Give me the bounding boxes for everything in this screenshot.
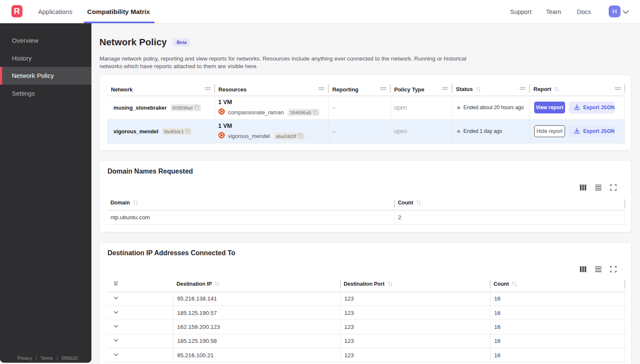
col-header-count[interactable]: Count: [490, 279, 625, 292]
network-name: musing_stonebraker: [113, 105, 167, 111]
column-resize-handle[interactable]: [204, 86, 211, 92]
network-hash-badge: 5bdf3dc1: [162, 128, 192, 135]
main-content: Network Policy Beta Manage network polic…: [91, 23, 640, 364]
col-header-policy-type[interactable]: Policy Type: [390, 83, 452, 96]
expand-cell: [107, 348, 173, 362]
domain-row[interactable]: ntp.ubuntu.com 2: [107, 210, 625, 224]
ip-row[interactable]: 95.216.138.141 123 16: [107, 292, 625, 306]
domain-card: Domain Names Requested Domain Count: [99, 160, 632, 232]
status-dot: [457, 130, 460, 133]
sort-icon[interactable]: [554, 86, 560, 93]
expand-icon[interactable]: [610, 266, 617, 273]
status-text: Ended about 20 hours ago: [463, 105, 524, 110]
app-logo[interactable]: R: [11, 5, 22, 17]
sort-icon[interactable]: [475, 86, 481, 93]
column-resize-handle[interactable]: [442, 86, 448, 92]
copy-icon[interactable]: [298, 133, 303, 139]
export-json-button[interactable]: Export JSON: [569, 102, 615, 113]
copy-icon[interactable]: [194, 105, 199, 111]
column-resize-handle[interactable]: [318, 86, 325, 92]
terms-link[interactable]: Terms: [41, 356, 53, 361]
column-label: Destination Port: [344, 281, 385, 287]
column-label: Reporting: [332, 86, 358, 93]
column-divider: [624, 199, 625, 208]
column-resize-handle[interactable]: [615, 86, 621, 92]
columns-icon[interactable]: [579, 184, 587, 191]
footer-separator: |: [36, 356, 37, 361]
expand-cell: [107, 320, 173, 334]
col-header-resources[interactable]: Resources: [215, 83, 328, 96]
sort-icon[interactable]: [214, 281, 220, 288]
sidebar-item-settings[interactable]: Settings: [0, 85, 91, 102]
reporting-value: –: [329, 104, 390, 111]
column-resize-handle[interactable]: [519, 86, 526, 92]
column-label: Count: [398, 200, 413, 206]
sort-icon[interactable]: [387, 281, 393, 288]
col-header-network[interactable]: Network: [107, 83, 215, 96]
sidebar-item-history[interactable]: History: [0, 50, 91, 67]
page-description: Manage network policy, reporting and vie…: [99, 55, 474, 70]
chevron-down-icon[interactable]: [113, 324, 119, 331]
chevron-down-icon[interactable]: [113, 353, 119, 359]
sidebar-item-network-policy[interactable]: Network Policy: [0, 67, 91, 85]
policy-type-value: open: [391, 104, 452, 111]
chevron-down-icon[interactable]: [113, 310, 119, 317]
hash-text: 5bdf3dc1: [164, 129, 184, 134]
status-cell: Ended about 20 hours ago: [452, 96, 530, 119]
col-header-destination-port[interactable]: Destination Port: [340, 279, 490, 292]
resource-hash-badge: aba2dd3f: [274, 132, 305, 140]
top-bar: R Applications Compatibility Matrix Supp…: [0, 0, 640, 23]
col-header-count[interactable]: Count: [394, 198, 625, 210]
rows-icon[interactable]: [595, 184, 602, 191]
sort-icon[interactable]: [511, 281, 517, 288]
copy-icon[interactable]: [313, 110, 318, 116]
ip-row[interactable]: 185.125.190.57 123 16: [107, 306, 625, 320]
port-value: 123: [340, 292, 490, 306]
policy-type-cell: open: [390, 119, 452, 143]
resource-name: compassionate_raman: [228, 109, 284, 116]
ip-row[interactable]: 185.125.190.58 123 16: [107, 334, 625, 348]
privacy-link[interactable]: Privacy: [17, 356, 32, 361]
link-support[interactable]: Support: [510, 0, 532, 23]
copy-icon[interactable]: [185, 129, 190, 135]
sort-icon[interactable]: [132, 200, 138, 207]
chevron-down-icon[interactable]: [113, 296, 119, 302]
col-header-domain[interactable]: Domain: [107, 198, 394, 210]
reporting-cell: –: [328, 96, 390, 119]
expand-icon[interactable]: [610, 184, 617, 191]
network-row[interactable]: musing_stonebraker60959fad 1 VM compassi…: [107, 96, 625, 119]
col-header-reporting[interactable]: Reporting: [328, 83, 390, 96]
sort-icon[interactable]: [416, 200, 422, 207]
column-label: Policy Type: [394, 86, 424, 93]
rows-icon[interactable]: [595, 266, 602, 273]
ubuntu-icon: [218, 132, 225, 140]
sidebar-item-overview[interactable]: Overview: [0, 32, 91, 50]
hide-report-button[interactable]: Hide report: [534, 125, 565, 137]
tab-compatibility-matrix[interactable]: Compatibility Matrix: [87, 0, 150, 23]
double-chevron-down-icon[interactable]: [113, 282, 119, 288]
expand-all-header[interactable]: [107, 279, 173, 292]
page-header: Network Policy Beta: [99, 37, 640, 48]
network-row-selected[interactable]: vigorous_mendel5bdf3dc1 1 VM vigorous_me…: [107, 119, 625, 143]
col-header-status[interactable]: Status: [452, 83, 530, 96]
port-value: 123: [340, 334, 490, 348]
column-resize-handle[interactable]: [380, 86, 386, 92]
link-docs[interactable]: Docs: [577, 0, 591, 23]
resources-cell: 1 VM compassionate_raman 184696a5: [215, 96, 328, 119]
ip-row[interactable]: 162.159.200.123 123 16: [107, 320, 625, 334]
link-team[interactable]: Team: [546, 0, 561, 23]
chevron-down-icon[interactable]: [113, 338, 119, 345]
ip-value: 162.159.200.123: [173, 320, 340, 334]
view-report-button[interactable]: View report: [534, 102, 565, 113]
col-header-destination-ip[interactable]: Destination IP: [173, 279, 340, 292]
sidebar-nav: Overview History Network Policy Settings: [0, 23, 91, 102]
col-header-report[interactable]: Report: [530, 83, 624, 96]
columns-icon[interactable]: [579, 266, 587, 273]
chevron-down-icon[interactable]: [622, 9, 629, 14]
ip-row[interactable]: 95.216.100.21 123 16: [107, 348, 625, 362]
user-avatar[interactable]: H: [609, 6, 621, 17]
domain-card-title: Domain Names Requested: [107, 168, 625, 175]
tab-applications[interactable]: Applications: [38, 0, 72, 23]
reporting-value: –: [329, 128, 390, 135]
export-json-button[interactable]: Export JSON: [569, 125, 615, 137]
